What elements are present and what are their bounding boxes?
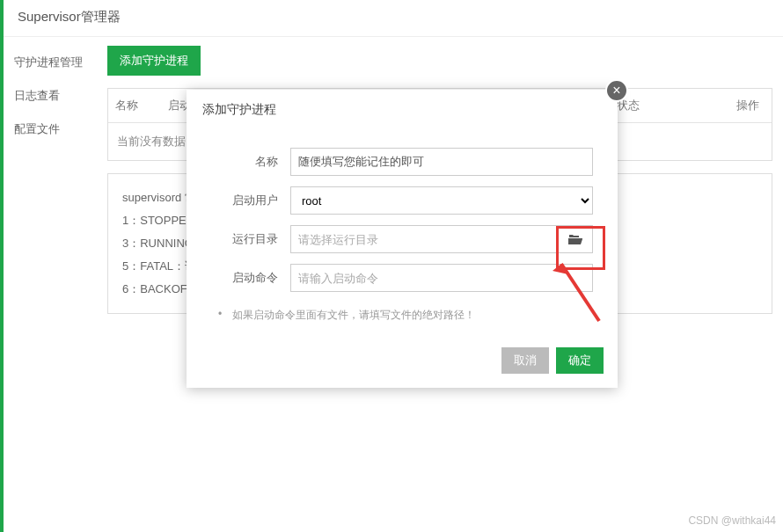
add-process-modal: × 添加守护进程 名称 启动用户 root 运行目录 启动命令 如果启动	[187, 90, 618, 388]
modal-title: 添加守护进程	[187, 90, 618, 130]
browse-folder-button[interactable]	[558, 225, 593, 253]
add-process-button[interactable]: 添加守护进程	[107, 46, 201, 76]
user-select[interactable]: root	[290, 186, 593, 215]
label-name: 名称	[211, 154, 290, 170]
modal-body: 名称 启动用户 root 运行目录 启动命令 如果启动命令里面有文件，请填写文件…	[187, 130, 618, 337]
th-name: 名称	[108, 89, 161, 122]
sidebar-item-procs[interactable]: 守护进程管理	[0, 46, 97, 79]
modal-footer: 取消 确定	[187, 337, 618, 388]
hint-text: 如果启动命令里面有文件，请填写文件的绝对路径！	[211, 302, 593, 328]
dir-input[interactable]	[290, 225, 558, 253]
label-dir: 运行目录	[211, 231, 290, 247]
page-title: Supervisor管理器	[18, 9, 121, 24]
sidebar-item-logs[interactable]: 日志查看	[0, 79, 97, 113]
left-accent	[0, 0, 4, 532]
sidebar: 守护进程管理 日志查看 配置文件	[0, 37, 97, 532]
close-icon[interactable]: ×	[605, 79, 628, 102]
page-header: Supervisor管理器	[0, 0, 783, 37]
ok-button[interactable]: 确定	[556, 347, 604, 374]
empty-text: 当前没有数据	[117, 135, 186, 148]
label-user: 启动用户	[211, 193, 290, 208]
cmd-input[interactable]	[290, 264, 593, 292]
folder-open-icon	[568, 233, 582, 245]
sidebar-item-config[interactable]: 配置文件	[0, 113, 97, 146]
watermark: CSDN @withkai44	[688, 514, 776, 527]
label-cmd: 启动命令	[211, 270, 290, 286]
th-ops: 操作	[680, 89, 772, 122]
cancel-button[interactable]: 取消	[501, 347, 549, 374]
name-input[interactable]	[290, 148, 593, 176]
